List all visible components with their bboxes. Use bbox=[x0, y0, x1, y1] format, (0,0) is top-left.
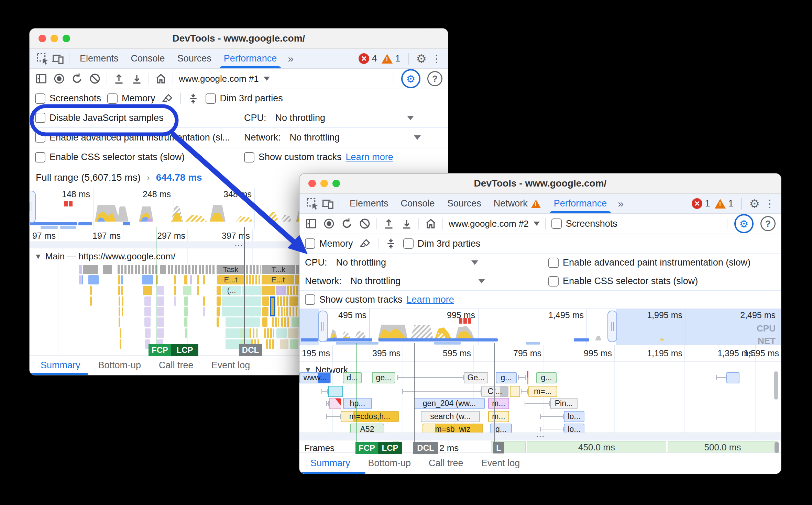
task-bar[interactable]: Task bbox=[217, 265, 245, 274]
tab-sources[interactable]: Sources bbox=[171, 49, 218, 68]
zoom-button[interactable] bbox=[63, 35, 70, 42]
save-profile-icon[interactable] bbox=[400, 217, 413, 230]
dim-3rd-parties-checkbox[interactable]: Dim 3rd parties bbox=[403, 238, 481, 249]
warning-badge[interactable]: 1 bbox=[715, 198, 733, 209]
network-request[interactable]: g... bbox=[496, 372, 517, 383]
clear-icon[interactable] bbox=[359, 217, 371, 230]
main-track-label[interactable]: ▼ Main — https://www.google.com/ bbox=[34, 251, 175, 262]
network-request[interactable]: m=... bbox=[528, 386, 557, 397]
tab-performance[interactable]: Performance bbox=[548, 194, 613, 213]
collapse-icon[interactable] bbox=[187, 92, 199, 105]
close-button[interactable] bbox=[39, 35, 46, 42]
range-handle-left[interactable] bbox=[318, 311, 328, 342]
selected-event[interactable] bbox=[270, 296, 275, 316]
error-badge[interactable]: ✕ 4 bbox=[359, 53, 377, 64]
warning-badge[interactable]: 1 bbox=[382, 53, 400, 64]
pane-splitter[interactable]: ⋯ bbox=[299, 433, 781, 440]
toggle-sidebar-icon[interactable] bbox=[35, 72, 47, 85]
more-tabs-icon[interactable]: » bbox=[614, 198, 627, 210]
network-request[interactable]: g... bbox=[490, 424, 512, 433]
network-request[interactable]: m=cdos,h... bbox=[341, 411, 399, 422]
help-icon[interactable]: ? bbox=[760, 216, 776, 231]
save-profile-icon[interactable] bbox=[131, 72, 143, 85]
network-request[interactable] bbox=[328, 386, 343, 397]
dim-3rd-parties-checkbox[interactable]: Dim 3rd parties bbox=[206, 93, 283, 104]
range-handle-left[interactable] bbox=[30, 191, 36, 223]
network-request[interactable]: d... bbox=[343, 372, 362, 383]
range-handle-right[interactable] bbox=[607, 311, 617, 342]
anonymous-fn-bar[interactable]: (... bbox=[222, 286, 241, 295]
network-throttle-select[interactable]: Network: No throttling bbox=[244, 132, 340, 143]
tab-sources[interactable]: Sources bbox=[441, 194, 487, 213]
capture-settings-gear-icon[interactable]: ⚙ bbox=[734, 214, 754, 233]
kebab-menu-icon[interactable]: ⋮ bbox=[431, 54, 442, 64]
inspect-icon[interactable] bbox=[306, 197, 319, 211]
network-request[interactable]: A52 bbox=[350, 424, 384, 433]
network-request[interactable]: g... bbox=[536, 372, 557, 383]
record-icon[interactable] bbox=[53, 72, 65, 85]
show-custom-tracks-checkbox[interactable]: Show custom tracks Learn more bbox=[305, 294, 454, 305]
css-selector-stats-checkbox[interactable]: Enable CSS selector stats (slow) bbox=[35, 152, 185, 162]
reload-and-record-icon[interactable] bbox=[341, 217, 353, 230]
tab-event-log[interactable]: Event log bbox=[202, 360, 259, 371]
minimize-button[interactable] bbox=[51, 35, 58, 42]
css-selector-stats-checkbox[interactable]: Enable CSS selector stats (slow) bbox=[548, 276, 698, 287]
tab-call-tree[interactable]: Call tree bbox=[420, 458, 472, 469]
tab-bottom-up[interactable]: Bottom-up bbox=[359, 458, 420, 469]
network-request[interactable]: gen_204 (ww... bbox=[414, 398, 485, 409]
cpu-throttle-select[interactable]: CPU: No throttling bbox=[244, 113, 325, 123]
memory-checkbox[interactable]: Memory bbox=[305, 238, 353, 249]
toggle-sidebar-icon[interactable] bbox=[305, 217, 317, 230]
reload-and-record-icon[interactable] bbox=[71, 72, 83, 85]
network-request[interactable]: search (w... bbox=[421, 411, 480, 422]
help-icon[interactable]: ? bbox=[427, 71, 442, 86]
cpu-throttle-select[interactable]: CPU: No throttling bbox=[305, 257, 386, 268]
scrollbar-thumb[interactable] bbox=[774, 371, 778, 400]
target-selector[interactable]: www.google.com #1 bbox=[179, 74, 270, 84]
garbage-collect-icon[interactable] bbox=[162, 92, 174, 105]
show-custom-tracks-checkbox[interactable]: Show custom tracks Learn more bbox=[244, 152, 393, 162]
more-tabs-icon[interactable]: » bbox=[284, 53, 297, 65]
network-request[interactable]: m... bbox=[488, 398, 509, 409]
network-request[interactable]: Pin... bbox=[550, 398, 578, 409]
frame-segment[interactable]: L bbox=[491, 441, 526, 453]
target-selector[interactable]: www.google.com #2 bbox=[449, 218, 540, 229]
paint-instrumentation-checkbox[interactable]: Enable advanced paint instrumentation (s… bbox=[548, 257, 750, 268]
device-toolbar-icon[interactable] bbox=[51, 52, 65, 66]
screenshots-checkbox[interactable]: Screenshots bbox=[35, 93, 101, 104]
network-request[interactable]: m=sb_wiz bbox=[423, 424, 483, 433]
scrollbar-thumb[interactable] bbox=[775, 442, 779, 453]
kebab-menu-icon[interactable]: ⋮ bbox=[765, 199, 775, 209]
network-throttle-select[interactable]: Network: No throttling bbox=[305, 276, 400, 287]
disable-js-samples-checkbox[interactable]: Disable JavaScript samples bbox=[35, 113, 164, 123]
error-badge[interactable]: ✕ 1 bbox=[692, 198, 710, 209]
home-icon[interactable] bbox=[425, 217, 437, 230]
tab-event-log[interactable]: Event log bbox=[472, 458, 529, 469]
close-button[interactable] bbox=[308, 180, 316, 187]
tab-elements[interactable]: Elements bbox=[74, 49, 125, 68]
frame-segment[interactable]: 500.0 ms bbox=[668, 441, 778, 453]
timeline-overview[interactable]: 495 ms995 ms1,495 ms1,995 ms2,495 msCPUN… bbox=[299, 309, 781, 345]
settings-gear-icon[interactable]: ⚙ bbox=[749, 198, 760, 210]
network-request[interactable] bbox=[510, 386, 520, 397]
load-profile-icon[interactable] bbox=[113, 72, 125, 85]
tab-elements[interactable]: Elements bbox=[343, 194, 395, 213]
load-profile-icon[interactable] bbox=[383, 217, 395, 230]
network-request[interactable]: lo... bbox=[564, 424, 584, 433]
paint-instrumentation-checkbox[interactable]: Enable advanced paint instrumentation (s… bbox=[35, 132, 230, 143]
frame-segment[interactable]: 450.0 ms bbox=[527, 441, 666, 453]
full-range-label[interactable]: Full range (5,607.15 ms) bbox=[36, 172, 141, 183]
learn-more-link[interactable]: Learn more bbox=[346, 152, 393, 162]
home-icon[interactable] bbox=[155, 72, 167, 85]
tab-network[interactable]: Network bbox=[487, 194, 548, 213]
tab-console[interactable]: Console bbox=[395, 194, 441, 213]
network-request[interactable] bbox=[726, 372, 739, 383]
evaluate-script-bar[interactable]: E...t bbox=[262, 275, 294, 284]
settings-gear-icon[interactable]: ⚙ bbox=[416, 53, 427, 65]
tab-summary[interactable]: Summary bbox=[32, 360, 89, 371]
tab-performance[interactable]: Performance bbox=[218, 49, 283, 68]
network-track[interactable]: ▼ Network www...d...ge...Ge...g...g...Cr… bbox=[299, 362, 781, 433]
device-toolbar-icon[interactable] bbox=[321, 197, 334, 211]
tab-call-tree[interactable]: Call tree bbox=[150, 360, 202, 371]
tab-summary[interactable]: Summary bbox=[301, 458, 359, 469]
